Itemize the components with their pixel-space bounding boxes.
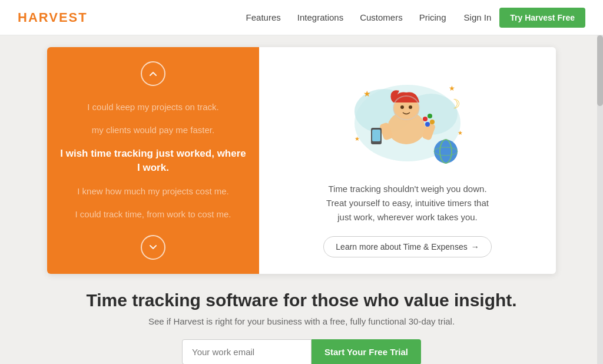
- testimonials-list: I could keep my projects on track. my cl…: [59, 86, 247, 235]
- arrow-icon: →: [471, 242, 479, 252]
- signin-button[interactable]: Sign In: [464, 12, 492, 22]
- testimonial-5: I could track time, from work to cost me…: [75, 208, 231, 220]
- prev-arrow[interactable]: [141, 61, 165, 86]
- next-arrow[interactable]: [141, 235, 165, 260]
- nav-pricing[interactable]: Pricing: [419, 12, 446, 22]
- right-panel-description: Time tracking shouldn't weigh you down. …: [325, 182, 490, 224]
- nav-integrations[interactable]: Integrations: [297, 12, 343, 22]
- scrollbar[interactable]: [597, 0, 603, 364]
- testimonial-2: my clients would pay me faster.: [92, 124, 214, 136]
- email-input[interactable]: [182, 339, 312, 364]
- svg-text:☽: ☽: [449, 97, 460, 111]
- main-content: I could keep my projects on track. my cl…: [0, 35, 603, 364]
- start-trial-button[interactable]: Start Your Free Trial: [312, 339, 421, 364]
- bottom-section: Time tracking software for those who val…: [47, 274, 556, 364]
- testimonial-1: I could keep my projects on track.: [87, 101, 218, 113]
- headline: Time tracking software for those who val…: [47, 290, 556, 310]
- learn-more-label: Learn more about Time & Expenses: [336, 242, 467, 252]
- svg-point-17: [434, 140, 458, 163]
- subtext: See if Harvest is right for your busines…: [47, 316, 556, 326]
- svg-point-10: [400, 105, 404, 109]
- nav-features[interactable]: Features: [246, 12, 281, 22]
- svg-rect-16: [372, 130, 380, 141]
- try-harvest-button[interactable]: Try Harvest Free: [499, 8, 585, 28]
- svg-text:★: ★: [458, 130, 463, 136]
- left-panel: I could keep my projects on track. my cl…: [47, 47, 259, 274]
- nav-links: Features Integrations Customers Pricing: [246, 12, 446, 22]
- svg-text:★: ★: [449, 84, 455, 92]
- navbar: HARVEST Features Integrations Customers …: [0, 0, 603, 35]
- nav-customers[interactable]: Customers: [360, 12, 403, 22]
- svg-text:★: ★: [354, 135, 360, 142]
- logo: HARVEST: [18, 10, 88, 25]
- svg-point-21: [428, 114, 432, 118]
- cta-form: Start Your Free Trial: [47, 339, 556, 364]
- svg-text:★: ★: [363, 89, 371, 98]
- testimonial-4: I knew how much my projects cost me.: [77, 185, 229, 197]
- illustration: ★ ★ ★ ★ ☽: [337, 64, 478, 170]
- learn-more-button[interactable]: Learn more about Time & Expenses →: [323, 236, 491, 257]
- svg-point-22: [430, 120, 435, 124]
- hero-card: I could keep my projects on track. my cl…: [47, 47, 556, 274]
- testimonial-3-active: I wish time tracking just worked, where …: [59, 147, 247, 175]
- svg-point-11: [409, 105, 412, 109]
- scrollbar-thumb[interactable]: [597, 35, 603, 106]
- right-panel: ★ ★ ★ ★ ☽: [259, 47, 556, 274]
- svg-point-20: [423, 117, 428, 121]
- svg-point-23: [425, 122, 430, 127]
